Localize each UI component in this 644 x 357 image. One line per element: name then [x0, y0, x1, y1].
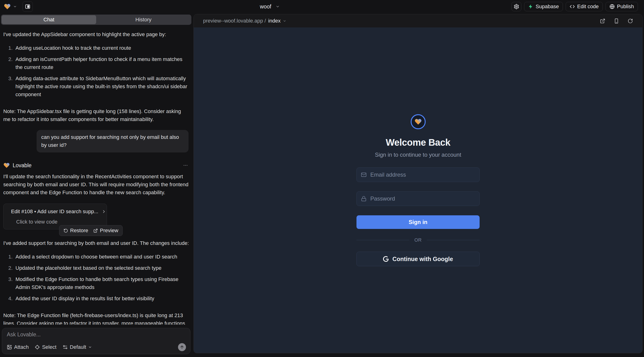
mode-selector-button[interactable]: Default	[62, 344, 92, 350]
chat-history-tabs: Chat History	[1, 14, 191, 25]
or-label: OR	[414, 237, 422, 243]
refresh-icon	[628, 18, 633, 24]
list-item: Adding data-active attribute to SidebarM…	[14, 74, 189, 98]
sidebar-toggle-button[interactable]	[22, 2, 33, 12]
image-plus-icon	[7, 344, 12, 350]
chevron-down-icon	[283, 19, 286, 23]
refresh-button[interactable]	[628, 18, 633, 24]
list-item: Updated the placeholder text based on th…	[14, 264, 189, 272]
list-item: Added a select dropdown to choose betwee…	[14, 253, 189, 261]
assistant-message-header: Lovable	[3, 162, 189, 169]
chat-input[interactable]	[7, 332, 186, 338]
message-menu-button[interactable]	[182, 162, 189, 169]
list-item: Added the user ID display in the results…	[14, 294, 189, 302]
heart-icon	[414, 118, 422, 126]
list-item: Adding useLocation hook to track the cur…	[14, 44, 189, 52]
email-field[interactable]	[357, 168, 479, 182]
sliders-icon	[62, 344, 68, 350]
chat-messages: I've updated the AppSidebar component to…	[0, 25, 192, 325]
user-message-bubble: can you add support for searching not on…	[36, 130, 188, 152]
mail-icon	[361, 172, 366, 178]
preview-url-page: index	[268, 18, 281, 24]
assistant-message-intro: I'll update the search functionality in …	[3, 173, 189, 196]
preview-viewport: Welcome Back Sign in to continue to your…	[194, 28, 642, 353]
email-field-wrapper	[356, 168, 480, 182]
edit-code-button[interactable]: Edit code	[566, 2, 603, 11]
edit-card-subtitle: Click to view code	[16, 218, 102, 226]
google-icon	[383, 256, 388, 262]
preview-label: Preview	[100, 228, 118, 234]
attach-label: Attach	[14, 344, 28, 350]
heart-icon	[3, 162, 10, 169]
project-chevron-down-icon	[276, 4, 280, 9]
edit-code-label: Edit code	[577, 4, 599, 10]
external-link-icon	[600, 18, 605, 24]
assistant-message-list: Added a select dropdown to choose betwee…	[3, 253, 189, 306]
supabase-button[interactable]: Supabase	[524, 2, 563, 11]
password-field-wrapper	[356, 192, 480, 206]
assistant-message-list: Adding useLocation hook to track the cur…	[3, 44, 189, 102]
preview-header: preview--woof.lovable.app / index	[194, 14, 642, 28]
assistant-author: Lovable	[13, 162, 32, 169]
assistant-message-note: Note: The Edge Function file (fetch-fire…	[3, 312, 189, 325]
external-link-icon	[93, 228, 98, 233]
mobile-view-button[interactable]	[614, 18, 619, 24]
mode-label: Default	[70, 344, 86, 350]
list-item: Adding an isCurrentPath helper function …	[14, 55, 189, 71]
preview-url-selector[interactable]: preview--woof.lovable.app / index	[203, 18, 286, 24]
auth-title: Welcome Back	[386, 137, 450, 148]
list-item: Modified the Edge Function to handle bot…	[14, 275, 189, 291]
preview-button[interactable]: Preview	[92, 227, 120, 234]
auth-subtitle: Sign in to continue to your account	[375, 152, 461, 158]
publish-button[interactable]: Publish	[606, 2, 638, 11]
assistant-message-note: Note: The AppSidebar.tsx file is getting…	[3, 108, 189, 124]
code-icon	[570, 4, 575, 9]
restore-icon	[64, 228, 68, 233]
chat-panel: Chat History I've updated the AppSidebar…	[0, 13, 192, 357]
attach-button[interactable]: Attach	[7, 344, 28, 350]
send-button[interactable]	[178, 343, 186, 351]
version-action-bar: Restore Preview	[59, 225, 123, 236]
auth-card: Welcome Back Sign in to continue to your…	[356, 114, 480, 266]
restore-button[interactable]: Restore	[62, 227, 90, 234]
password-field[interactable]	[357, 192, 479, 206]
locate-icon	[35, 344, 40, 350]
arrow-up-icon	[180, 345, 184, 350]
ellipsis-icon	[183, 163, 188, 168]
lovable-heart-logo[interactable]	[4, 3, 11, 10]
google-label: Continue with Google	[392, 256, 453, 262]
smartphone-icon	[614, 18, 619, 24]
composer: Attach Select Default	[2, 328, 190, 354]
or-divider: OR	[356, 237, 480, 243]
panel-icon	[25, 4, 30, 10]
app-logo-badge	[411, 114, 426, 129]
restore-label: Restore	[70, 228, 88, 234]
lock-icon	[361, 196, 366, 202]
heart-icon	[4, 3, 11, 10]
supabase-label: Supabase	[536, 4, 559, 10]
open-in-new-tab-button[interactable]	[600, 18, 605, 24]
chevron-down-icon	[88, 345, 92, 349]
globe-icon	[610, 4, 615, 9]
publish-label: Publish	[617, 4, 634, 10]
chevron-right-icon	[102, 209, 106, 214]
select-label: Select	[42, 344, 56, 350]
google-sign-in-button[interactable]: Continue with Google	[356, 252, 480, 266]
tab-chat[interactable]: Chat	[2, 15, 96, 24]
tab-history[interactable]: History	[96, 15, 191, 24]
settings-button[interactable]	[512, 2, 521, 11]
preview-panel: preview--woof.lovable.app / index	[194, 14, 642, 353]
preview-url-domain: preview--woof.lovable.app /	[203, 18, 266, 24]
assistant-message-followup: I've added support for searching by both…	[3, 239, 189, 247]
topbar: woof Supabase Edit code	[0, 0, 644, 13]
gear-icon	[514, 4, 519, 10]
sign-in-button[interactable]: Sign in	[356, 215, 480, 229]
edit-card-title: Edit #108 • Add user ID search supp...	[11, 208, 98, 216]
select-button[interactable]: Select	[35, 344, 56, 350]
supabase-bolt-icon	[528, 4, 533, 9]
project-name: woof	[260, 4, 271, 10]
assistant-message-intro: I've updated the AppSidebar component to…	[3, 30, 189, 38]
project-switcher[interactable]: woof	[260, 0, 280, 13]
logo-chevron-down-icon[interactable]	[13, 5, 17, 8]
